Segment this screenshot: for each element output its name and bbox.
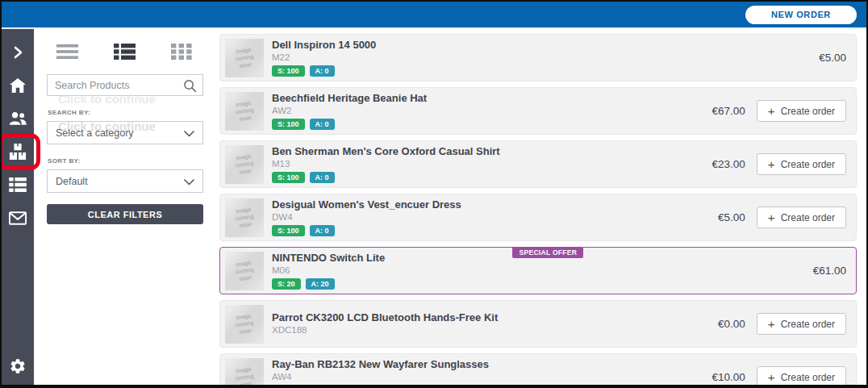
product-thumbnail: image coming soon [225, 92, 264, 131]
product-price: €0.00 [718, 318, 745, 330]
category-select[interactable]: Select a category [47, 121, 203, 144]
detailed-list-view-icon[interactable] [114, 44, 136, 63]
product-info: Ben Sherman Men's Core Oxford Casual Shi… [272, 146, 712, 183]
product-sku: M22 [272, 52, 819, 63]
sidebar-item-home[interactable] [2, 73, 34, 98]
create-order-button[interactable]: + Create order [757, 313, 846, 335]
product-price: €10.00 [712, 371, 745, 383]
product-sku: DW4 [272, 211, 718, 223]
sort-select[interactable]: Default [47, 169, 203, 193]
product-title: Ray-Ban RB2132 New Wayfarer Sunglasses [272, 359, 586, 370]
product-thumbnail: image coming soon [225, 198, 264, 237]
new-order-button[interactable]: NEW ORDER [745, 6, 857, 24]
product-title: Ben Sherman Men's Core Oxford Casual Shi… [272, 146, 586, 157]
image-coming-soon-text: image coming soon [229, 152, 259, 177]
product-thumbnail: image coming soon [225, 39, 264, 77]
left-sidebar [2, 29, 34, 385]
product-info: Beechfield Heritage Beanie Hat AW2 S: 10… [272, 93, 712, 130]
product-price: €23.00 [712, 158, 745, 170]
product-thumbnail: image coming soon [225, 305, 264, 344]
users-icon [8, 111, 27, 126]
product-row[interactable]: SPECIAL OFFER image coming soon NINTENDO… [219, 247, 857, 294]
plus-icon: + [768, 370, 775, 384]
simple-list-view-icon[interactable] [56, 44, 78, 63]
product-row[interactable]: image coming soon Beechfield Heritage Be… [219, 87, 857, 135]
product-badges: S: 100 A: 0 [272, 225, 718, 236]
allocated-badge: A: 0 [310, 119, 335, 130]
product-badges: S: 100 A: 0 [272, 385, 712, 386]
create-order-button[interactable]: + Create order [757, 153, 846, 175]
plus-icon: + [768, 157, 775, 171]
plus-icon: + [768, 104, 775, 118]
chevron-right-icon [12, 46, 23, 59]
product-sku: M13 [272, 158, 712, 169]
product-search [47, 74, 203, 96]
stock-badge: S: 100 [272, 172, 305, 183]
product-actions: €0.00 + Create order [718, 313, 849, 335]
product-title: Parrot CK3200 LCD Bluetooth Hands-Free K… [272, 312, 586, 323]
special-offer-badge: SPECIAL OFFER [512, 247, 583, 258]
product-title: Desigual Women's Vest_encuer Dress [272, 199, 586, 211]
create-order-button[interactable]: + Create order [757, 207, 846, 228]
clear-filters-button[interactable]: CLEAR FILTERS [47, 204, 203, 224]
create-order-label: Create order [781, 106, 835, 117]
product-price: €61.00 [813, 265, 846, 277]
search-icon[interactable] [183, 79, 197, 96]
product-info: Desigual Women's Vest_encuer Dress DW4 S… [272, 199, 718, 236]
chevron-down-icon [184, 126, 194, 140]
create-order-button[interactable]: + Create order [757, 100, 846, 122]
app-window: NEW ORDER [0, 0, 868, 388]
home-icon [9, 77, 27, 94]
stock-badge: S: 100 [272, 119, 305, 130]
sidebar-item-settings[interactable] [2, 354, 34, 378]
allocated-badge: A: 0 [310, 225, 335, 236]
allocated-badge: A: 0 [310, 65, 335, 77]
envelope-icon [9, 211, 27, 225]
image-coming-soon-text: image coming soon [229, 311, 259, 337]
product-sku: M06 [272, 265, 813, 276]
sidebar-item-expand[interactable] [2, 40, 34, 65]
image-coming-soon-text: image coming soon [229, 365, 259, 385]
product-badges: S: 100 A: 0 [272, 172, 712, 183]
product-thumbnail: image coming soon [225, 358, 264, 386]
product-actions: €5.00 + Create order [718, 207, 849, 228]
product-actions: €67.00 + Create order [712, 100, 849, 122]
plus-icon: + [768, 211, 775, 224]
product-actions: €5.00 [819, 52, 849, 64]
product-thumbnail: image coming soon [225, 252, 264, 290]
search-by-label: SEARCH BY: [48, 109, 203, 116]
grid-view-icon[interactable] [171, 44, 192, 63]
product-badges: S: 20 A: 20 [272, 278, 813, 290]
product-actions: €61.00 [813, 265, 849, 277]
product-actions: €10.00 + Create order [712, 366, 849, 385]
boxes-icon [9, 143, 27, 161]
create-order-label: Create order [781, 159, 835, 170]
product-info: Ray-Ban RB2132 New Wayfarer Sunglasses A… [272, 359, 712, 386]
product-row[interactable]: image coming soon Parrot CK3200 LCD Blue… [219, 300, 857, 348]
view-mode-toggles [47, 39, 203, 74]
top-header-bar: NEW ORDER [2, 2, 866, 29]
sidebar-item-messages[interactable] [2, 206, 34, 230]
sidebar-item-orders[interactable] [2, 173, 34, 197]
product-price: €5.00 [819, 52, 846, 64]
image-coming-soon-text: image coming soon [229, 258, 259, 284]
product-sku: AW4 [272, 371, 712, 382]
create-order-label: Create order [781, 212, 835, 223]
sort-select-value: Default [56, 176, 88, 187]
product-row[interactable]: image coming soon Dell Inspiron 14 5000 … [219, 34, 857, 81]
search-input[interactable] [55, 80, 180, 91]
product-title: Dell Inspiron 14 5000 [272, 40, 586, 51]
product-list: image coming soon Dell Inspiron 14 5000 … [211, 29, 866, 385]
product-row[interactable]: image coming soon Ben Sherman Men's Core… [219, 140, 857, 188]
product-row[interactable]: image coming soon Ray-Ban RB2132 New Way… [219, 353, 857, 385]
image-coming-soon-text: image coming soon [229, 45, 259, 71]
stock-badge: S: 100 [272, 225, 305, 236]
product-badges: S: 100 A: 0 [272, 65, 819, 77]
sidebar-item-products[interactable] [2, 140, 34, 164]
create-order-button[interactable]: + Create order [757, 366, 846, 385]
chevron-down-icon [184, 174, 194, 189]
product-row[interactable]: image coming soon Desigual Women's Vest_… [219, 194, 857, 241]
stock-badge: S: 100 [272, 65, 305, 77]
sidebar-item-customers[interactable] [2, 106, 34, 131]
category-select-value: Select a category [56, 127, 134, 139]
